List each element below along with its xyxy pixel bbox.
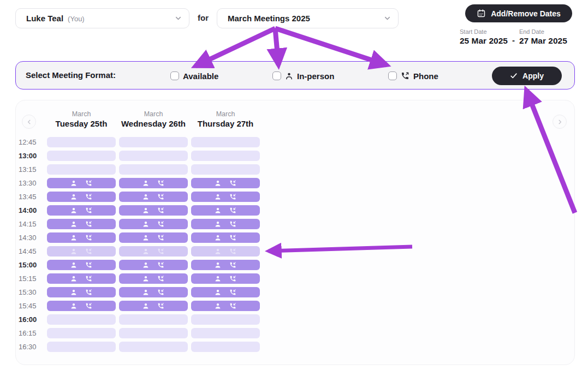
time-slot[interactable] [191,205,260,216]
phone-checkbox[interactable] [388,71,397,80]
time-slot[interactable] [191,192,260,202]
time-slot[interactable] [119,260,188,270]
time-slot[interactable] [119,328,188,338]
person-icon [70,303,77,309]
check-icon [510,72,518,80]
attendee-select-value: Luke Teal(You) [26,14,174,23]
time-slot[interactable] [119,232,188,243]
time-slot[interactable] [119,137,188,147]
time-slot[interactable] [47,342,116,352]
time-slot[interactable] [119,151,188,161]
time-slot[interactable] [119,273,188,284]
filter-option-available[interactable]: Available [170,62,218,90]
phone-incoming-icon [85,302,92,309]
time-slot[interactable] [47,164,116,175]
filter-option-in-person[interactable]: In-person [272,62,334,90]
time-slot[interactable] [119,219,188,229]
time-slot[interactable] [47,260,116,270]
calendar-row: 16:15 [19,326,260,340]
end-date-value: 27 Mar 2025 [519,36,567,46]
time-label: 15:15 [19,274,44,283]
time-slot[interactable] [191,246,260,256]
calendar-row: 15:30 [19,285,260,299]
time-slot[interactable] [119,314,188,325]
calendar-panel: March Tuesday 25th March Wednesday 26th … [15,100,575,365]
filter-option-phone[interactable]: Phone [388,62,438,90]
attendee-you-suffix: (You) [68,15,85,23]
next-days-button[interactable] [553,115,567,129]
phone-incoming-icon [157,289,164,296]
time-slot[interactable] [191,301,260,311]
person-icon [142,262,149,268]
person-icon [215,194,221,200]
time-label: 16:30 [19,343,44,351]
time-slot[interactable] [191,273,260,284]
time-slot[interactable] [47,328,116,338]
time-slot[interactable] [47,219,116,229]
apply-label: Apply [522,71,544,80]
time-slot[interactable] [191,287,260,297]
phone-incoming-icon [157,193,164,200]
calendar-row: 14:30 [19,231,260,244]
time-slot[interactable] [119,342,188,352]
phone-incoming-icon [85,207,92,214]
time-slot[interactable] [119,301,188,311]
time-slot[interactable] [191,178,260,188]
previous-days-button[interactable] [22,115,36,129]
apply-button[interactable]: Apply [492,67,562,85]
time-label: 15:45 [19,302,44,310]
time-slot[interactable] [191,314,260,325]
time-slot[interactable] [191,232,260,243]
day-header-wednesday: March Wednesday 26th [119,110,188,128]
time-slot[interactable] [47,205,116,216]
time-slot[interactable] [47,246,116,256]
start-date: Start Date 25 Mar 2025 [460,28,508,46]
time-slot[interactable] [47,151,116,161]
time-slot[interactable] [191,151,260,161]
phone-incoming-icon [229,261,236,268]
time-slot[interactable] [119,192,188,202]
person-icon [142,235,149,241]
time-slot[interactable] [47,287,116,297]
person-icon [215,289,221,296]
phone-incoming-icon [85,180,92,187]
time-slot[interactable] [119,178,188,188]
time-slot[interactable] [47,178,116,188]
time-slot[interactable] [191,137,260,147]
person-icon [215,221,221,228]
time-slot[interactable] [191,164,260,175]
time-label: 14:30 [19,234,44,242]
available-checkbox[interactable] [170,71,179,80]
time-slot[interactable] [191,328,260,338]
time-slot[interactable] [119,164,188,175]
add-remove-dates-button[interactable]: Add/Remove Dates [465,4,572,22]
event-select[interactable]: March Meetings 2025 [217,8,399,28]
time-slot[interactable] [47,301,116,311]
person-icon [215,276,221,282]
meeting-scheduler-app: Luke Teal(You) for March Meetings 2025 A… [0,0,588,370]
arrow-dropdown-to-available [195,28,275,66]
person-icon [70,276,77,282]
time-label: 13:00 [19,152,44,160]
time-slot[interactable] [119,246,188,256]
attendee-select[interactable]: Luke Teal(You) [15,8,189,28]
time-slot[interactable] [47,314,116,325]
time-slot[interactable] [191,342,260,352]
time-slot[interactable] [119,287,188,297]
person-icon [215,248,221,255]
month-label: March [119,110,188,118]
time-slot[interactable] [47,192,116,202]
in-person-checkbox[interactable] [272,71,281,80]
time-slot[interactable] [47,273,116,284]
time-slot[interactable] [119,205,188,216]
calendar-row: 13:00 [19,149,260,163]
person-icon [215,235,221,241]
time-slot[interactable] [47,137,116,147]
month-label: March [191,110,260,118]
calendar-row: 16:30 [19,340,260,354]
time-slot[interactable] [191,219,260,229]
event-select-value: March Meetings 2025 [228,14,383,23]
calendar-row: 14:00 [19,204,260,217]
time-slot[interactable] [191,260,260,270]
time-slot[interactable] [47,232,116,243]
